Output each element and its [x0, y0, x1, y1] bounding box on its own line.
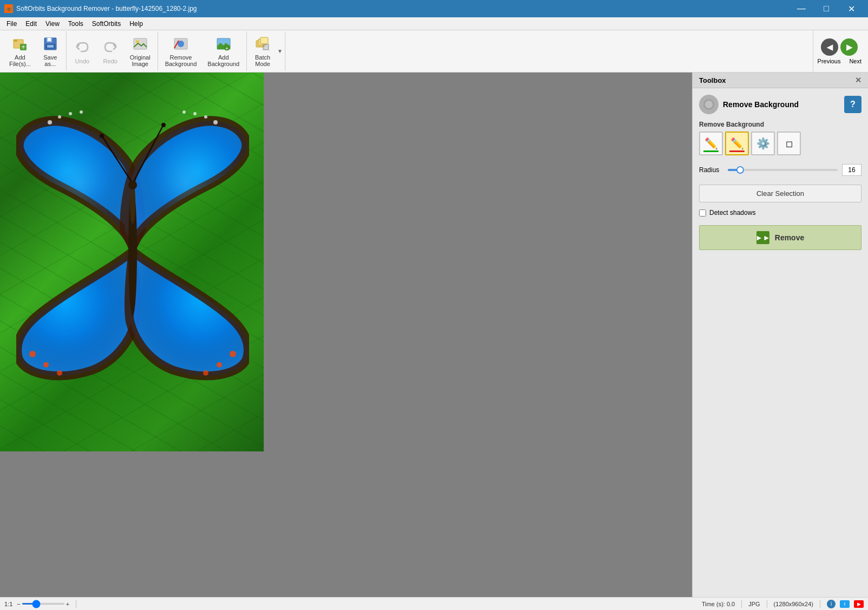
svg-point-45 [161, 123, 166, 127]
status-separator-2 [741, 600, 742, 608]
redo-label: Redo [103, 58, 118, 64]
magic-wand-button[interactable]: ⚙️ [751, 132, 775, 155]
save-as-label: Save as... [43, 54, 57, 67]
status-separator-4 [820, 600, 820, 608]
remove-brush-icon: ✏️ [730, 137, 744, 150]
zoom-slider[interactable] [22, 603, 65, 605]
svg-point-27 [58, 115, 61, 119]
butterfly-image [16, 94, 249, 419]
dimensions-label: (1280x960x24) [774, 601, 813, 607]
svg-text:≡: ≡ [264, 43, 268, 51]
add-background-label: Add Background [207, 54, 239, 67]
detect-shadows-label[interactable]: Detect shadows [709, 209, 755, 217]
status-right: Time (s): 0.0 JPG (1280x960x24) i t ▶ [702, 600, 864, 608]
youtube-icon[interactable]: ▶ [854, 600, 864, 608]
zoom-controls: 1:1 − + [4, 601, 69, 607]
title-bar-left: 🦋 SoftOrbits Background Remover - butter… [4, 4, 197, 13]
svg-point-36 [57, 370, 62, 376]
undo-button[interactable]: Undo [69, 33, 96, 70]
toolbar-group-history: Undo Redo Original Image [67, 31, 158, 71]
zoom-level: 1:1 [4, 601, 12, 607]
svg-point-34 [29, 351, 36, 357]
time-label: Time (s): 0.0 [702, 601, 735, 607]
svg-point-39 [203, 370, 208, 376]
svg-point-10 [136, 40, 139, 43]
radius-value[interactable]: 16 [842, 164, 862, 176]
redo-button[interactable]: Redo [97, 33, 124, 70]
add-background-icon: + [215, 36, 232, 52]
menu-edit[interactable]: Edit [21, 19, 41, 29]
original-image-button[interactable]: Original Image [125, 33, 155, 70]
rb-header: Remove Background ? [699, 95, 862, 114]
keep-brush-button[interactable]: ✏️ [699, 132, 723, 155]
svg-text:+: + [21, 43, 25, 51]
keep-brush-indicator [703, 150, 719, 152]
svg-rect-1 [14, 40, 17, 42]
right-panel: Toolbox ✕ Remove Background ? Remo [692, 73, 868, 597]
info-icon[interactable]: i [827, 600, 836, 608]
toolbox-body: Remove Background ? Remove Background ✏️… [693, 88, 868, 257]
remove-button-label: Remove [775, 233, 804, 242]
next-label: Next [849, 58, 862, 64]
svg-rect-9 [134, 38, 147, 49]
toolbar-group-background: Remove Background + Add Background [158, 31, 247, 71]
eraser-icon: ◻ [786, 139, 793, 149]
add-files-button[interactable]: + Add File(s)... [4, 33, 36, 70]
detect-shadows-checkbox[interactable] [699, 209, 706, 217]
toolbox-header: Toolbox ✕ [693, 73, 868, 88]
toolbox: Toolbox ✕ Remove Background ? Remo [693, 73, 868, 597]
remove-background-button[interactable]: Remove Background [160, 33, 202, 70]
svg-point-48 [705, 101, 713, 108]
svg-point-35 [43, 362, 49, 368]
clear-selection-button[interactable]: Clear Selection [699, 185, 862, 202]
menu-view[interactable]: View [41, 19, 64, 29]
toolbox-close-button[interactable]: ✕ [855, 76, 862, 84]
original-image-icon [132, 36, 149, 52]
close-button[interactable]: ✕ [839, 0, 864, 17]
toolbar: + Add File(s)... Save as... Undo Redo [0, 30, 868, 73]
status-separator-1 [76, 600, 76, 608]
menu-tools[interactable]: Tools [64, 19, 88, 29]
menu-help[interactable]: Help [125, 19, 147, 29]
batch-mode-icon: ≡ [254, 36, 271, 52]
undo-label: Undo [75, 58, 89, 64]
help-button[interactable]: ? [844, 96, 862, 113]
zoom-plus-icon[interactable]: + [66, 601, 69, 607]
menu-file[interactable]: File [2, 19, 21, 29]
radius-slider[interactable] [728, 169, 838, 171]
menu-softorbits[interactable]: SoftOrbits [88, 19, 125, 29]
svg-text:+: + [225, 45, 229, 51]
save-as-icon [42, 36, 59, 52]
nav-area: ◀ ▶ Previous Next [813, 30, 866, 73]
nav-labels: Previous Next [818, 58, 862, 64]
svg-point-30 [213, 120, 218, 124]
radius-row: Radius 16 [699, 164, 862, 176]
batch-mode-button[interactable]: ≡ Batch Mode [249, 33, 276, 70]
toolbar-group-files: + Add File(s)... Save as... [2, 31, 67, 71]
twitter-icon[interactable]: t [840, 600, 850, 608]
svg-point-32 [193, 112, 197, 115]
keep-brush-icon: ✏️ [704, 137, 718, 150]
tool-buttons-row: ✏️ ✏️ ⚙️ ◻ [699, 132, 862, 155]
eraser-button[interactable]: ◻ [777, 132, 801, 155]
status-separator-3 [767, 600, 767, 608]
batch-dropdown-arrow[interactable]: ▼ [277, 48, 283, 54]
add-files-icon: + [11, 36, 29, 52]
minimize-button[interactable]: — [789, 0, 814, 17]
next-button[interactable]: ▶ [840, 38, 858, 56]
add-background-button[interactable]: + Add Background [203, 33, 244, 70]
svg-rect-6 [48, 38, 51, 41]
svg-point-37 [230, 351, 236, 357]
zoom-minus-icon[interactable]: − [17, 601, 20, 607]
save-as-button[interactable]: Save as... [37, 33, 64, 70]
radius-thumb[interactable] [736, 166, 744, 174]
canvas-area[interactable] [0, 73, 692, 597]
remove-brush-button[interactable]: ✏️ [725, 132, 749, 155]
format-label: JPG [748, 601, 760, 607]
detect-shadows-row: Detect shadows [699, 209, 862, 217]
svg-point-31 [204, 115, 207, 119]
remove-background-icon [172, 36, 190, 52]
remove-button[interactable]: ►► Remove [699, 225, 862, 250]
previous-button[interactable]: ◀ [821, 38, 838, 56]
maximize-button[interactable]: □ [814, 0, 839, 17]
